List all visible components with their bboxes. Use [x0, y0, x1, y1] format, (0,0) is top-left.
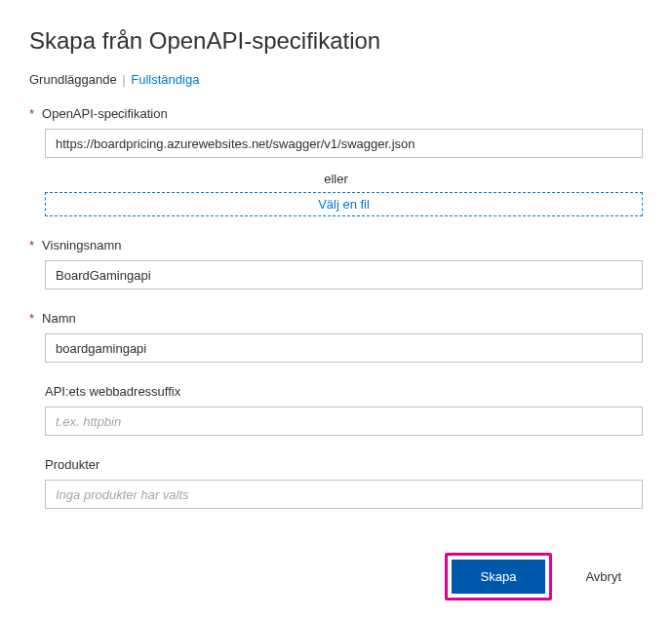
button-row: Skapa Avbryt	[445, 553, 643, 601]
required-mark: *	[29, 311, 34, 326]
field-name: * Namn	[29, 311, 643, 363]
url-suffix-input[interactable]	[45, 407, 643, 436]
display-name-label: Visningsnamn	[42, 238, 121, 252]
file-picker[interactable]: Välj en fil	[45, 192, 643, 216]
field-url-suffix: API:ets webbadressuffix	[29, 384, 643, 436]
tab-divider: |	[122, 72, 125, 87]
field-display-name: * Visningsnamn	[29, 238, 643, 290]
or-divider: eller	[29, 172, 643, 186]
url-suffix-label: API:ets webbadressuffix	[45, 384, 180, 399]
page-title: Skapa från OpenAPI-specifikation	[29, 27, 643, 55]
field-openapi-spec: * OpenAPI-specifikation eller Välj en fi…	[29, 106, 643, 216]
openapi-spec-input[interactable]	[45, 129, 643, 158]
name-input[interactable]	[45, 333, 643, 363]
mode-tabs: Grundläggande | Fullständiga	[29, 72, 643, 87]
display-name-input[interactable]	[45, 260, 643, 290]
highlight-annotation: Skapa	[445, 553, 553, 601]
name-label: Namn	[42, 311, 76, 326]
field-products: Produkter	[29, 457, 643, 509]
cancel-button[interactable]: Avbryt	[564, 560, 643, 594]
tab-full[interactable]: Fullständiga	[131, 72, 199, 87]
products-label: Produkter	[45, 457, 99, 472]
create-button[interactable]: Skapa	[452, 560, 546, 594]
tab-basic[interactable]: Grundläggande	[29, 72, 117, 87]
openapi-spec-label: OpenAPI-specifikation	[42, 106, 168, 121]
products-input[interactable]	[45, 480, 643, 509]
required-mark: *	[29, 106, 34, 121]
required-mark: *	[29, 238, 34, 252]
